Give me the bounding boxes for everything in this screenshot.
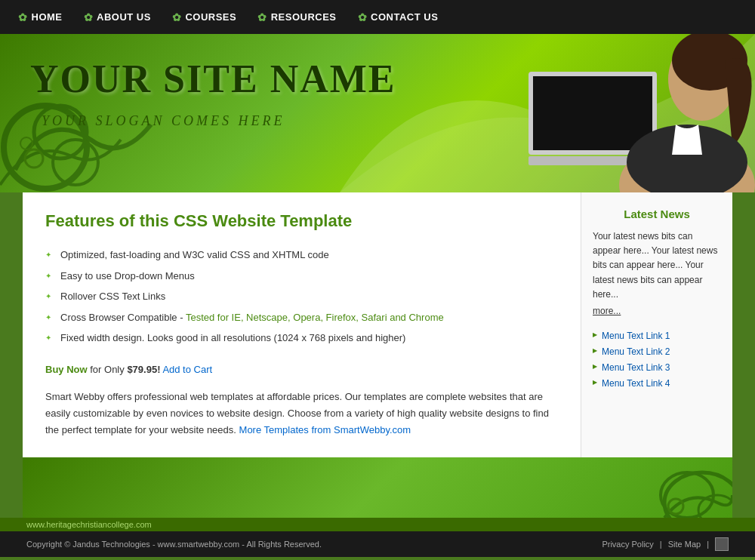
sidebar-links: Menu Text Link 1 Menu Text Link 2 Menu T… <box>593 328 721 391</box>
nav-resources-icon: ✿ <box>257 11 267 23</box>
feature-item-4: Cross Browser Compatible - Tested for IE… <box>45 307 558 328</box>
feature-item-2: Easy to use Drop-down Menus <box>45 266 558 287</box>
nav-about-icon: ✿ <box>84 11 94 23</box>
footer-right: Privacy Policy | Site Map | <box>602 537 729 551</box>
main-content: Features of this CSS Website Template Op… <box>23 192 581 457</box>
sidebar-link-1-anchor[interactable]: Menu Text Link 1 <box>602 331 670 341</box>
footer-separator-1: | <box>660 540 662 549</box>
site-title: Your Site Name <box>30 57 396 101</box>
sidebar-heading: Latest News <box>593 208 721 220</box>
feature-item-5: Fixed width design. Looks good in all re… <box>45 328 558 349</box>
feature-list: Optimized, fast-loading and W3C valid CS… <box>45 245 558 349</box>
navbar: ✿ HOME ✿ ABOUT US ✿ COURSES ✿ RESOURCES … <box>0 0 755 34</box>
sidebar-link-4-anchor[interactable]: Menu Text Link 4 <box>602 378 670 389</box>
content-area: Features of this CSS Website Template Op… <box>23 192 732 457</box>
sidebar-link-3-anchor[interactable]: Menu Text Link 3 <box>602 362 670 373</box>
browser-link[interactable]: Tested for IE, Netscape, Opera, Firefox,… <box>186 312 444 323</box>
nav-resources[interactable]: ✿ RESOURCES <box>247 11 347 23</box>
footer-bar: Copyright © Jandus Technologies - www.sm… <box>0 531 755 557</box>
site-slogan: Your Slogan Comes Here <box>42 113 285 129</box>
footer-copyright: Copyright © Jandus Technologies - www.sm… <box>26 540 322 549</box>
nav-contact-icon: ✿ <box>358 11 368 23</box>
main-heading: Features of this CSS Website Template <box>45 211 558 231</box>
add-to-cart-link[interactable]: Add to Cart <box>162 364 212 375</box>
nav-home[interactable]: ✿ HOME <box>8 11 73 23</box>
feature-item-3: Rollover CSS Text Links <box>45 286 558 307</box>
nav-contact-label: CONTACT US <box>371 11 438 23</box>
feature-item-1: Optimized, fast-loading and W3C valid CS… <box>45 245 558 266</box>
sidebar-link-2: Menu Text Link 2 <box>593 343 721 359</box>
nav-about[interactable]: ✿ ABOUT US <box>73 11 162 23</box>
buy-line: Buy Now for Only $79.95! Add to Cart <box>45 364 558 375</box>
nav-courses-label: COURSES <box>185 11 236 23</box>
site-map-link[interactable]: Site Map <box>668 540 701 549</box>
footer-url-text: www.heritagechristiancollege.com <box>26 520 152 529</box>
header-banner: Your Site Name Your Slogan Comes Here <box>0 34 755 192</box>
footer-url-bar: www.heritagechristiancollege.com <box>0 518 755 531</box>
nav-courses-icon: ✿ <box>172 11 182 23</box>
footer-separator-2: | <box>707 540 709 549</box>
nav-courses[interactable]: ✿ COURSES <box>162 11 247 23</box>
sidebar-more-link[interactable]: more... <box>593 306 721 316</box>
green-bottom-band <box>23 457 732 518</box>
nav-home-icon: ✿ <box>18 11 28 23</box>
nav-about-label: ABOUT US <box>97 11 151 23</box>
footer-icon <box>715 537 729 551</box>
sidebar-link-3: Menu Text Link 3 <box>593 359 721 375</box>
more-templates-link[interactable]: More Templates from SmartWebby.com <box>239 424 411 435</box>
sidebar-link-1: Menu Text Link 1 <box>593 328 721 343</box>
nav-home-label: HOME <box>32 11 63 23</box>
sidebar-link-4: Menu Text Link 4 <box>593 375 721 391</box>
sidebar-link-2-anchor[interactable]: Menu Text Link 2 <box>602 346 670 357</box>
sidebar: Latest News Your latest news bits can ap… <box>581 192 732 457</box>
bottom-swirl-decoration <box>566 457 732 518</box>
nav-resources-label: RESOURCES <box>271 11 337 23</box>
header-person-image <box>513 34 755 192</box>
sidebar-news-text: Your latest news bits can appear here...… <box>593 229 721 302</box>
description-text: Smart Webby offers professional web temp… <box>45 389 558 438</box>
nav-contact[interactable]: ✿ CONTACT US <box>347 11 449 23</box>
privacy-policy-link[interactable]: Privacy Policy <box>602 540 653 549</box>
buy-now-link[interactable]: Buy Now <box>45 364 88 375</box>
price-text: $79.95! <box>127 364 160 375</box>
